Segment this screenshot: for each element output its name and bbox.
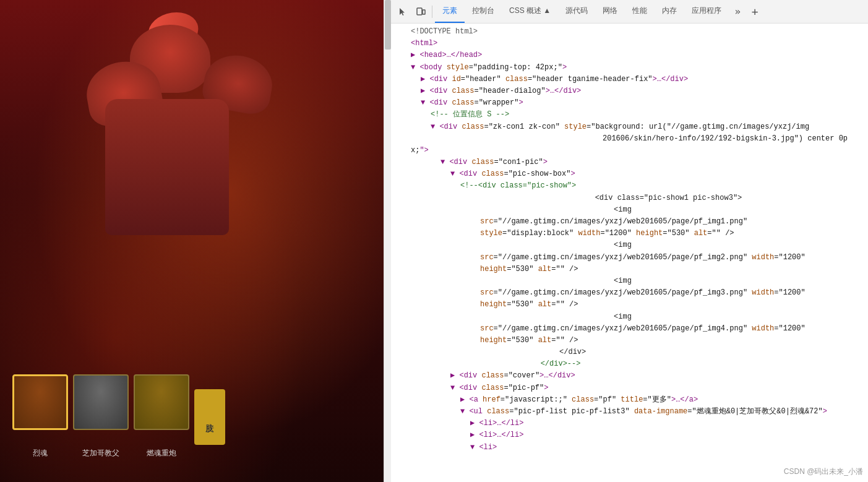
html-line[interactable]: ▶ <li>…</li> xyxy=(391,418,868,429)
skin-thumb-wrapper-2: 芝加哥教父 xyxy=(73,374,129,445)
device-icon[interactable] xyxy=(412,3,429,20)
html-line[interactable]: src="//game.gtimg.cn/images/yxzj/web2016… xyxy=(391,323,868,335)
tab-CSS 概述 ▲[interactable]: CSS 概述 ▲ xyxy=(502,0,558,23)
html-line[interactable]: ▶ <li>…</li> xyxy=(391,429,868,441)
html-line[interactable]: <img xyxy=(391,275,868,287)
skin-thumb-wrapper-1: 烈魂 xyxy=(12,374,68,445)
html-line[interactable]: ▶ <div class="header-dialog">…</div> xyxy=(391,85,868,97)
html-line[interactable]: ▶ <head>…</head> xyxy=(391,49,868,61)
skin-special-button[interactable]: 皮肤 xyxy=(194,389,225,445)
skin-label-1: 烈魂 xyxy=(12,448,68,458)
skin-thumb-image-1 xyxy=(14,376,66,428)
html-line[interactable]: <div class="pic-show1 pic-show3"> xyxy=(391,192,868,204)
skin-thumbnails-container: 烈魂 芝加哥教父 燃魂重炮 皮肤 xyxy=(12,374,225,445)
skin-thumb-wrapper-3: 燃魂重炮 xyxy=(134,374,189,445)
html-line[interactable]: <!-- 位置信息 S --> xyxy=(391,109,868,121)
html-line[interactable]: <!--<div class="pic-show"> xyxy=(391,180,868,192)
character-body xyxy=(49,12,297,384)
html-line[interactable]: <html> xyxy=(391,38,868,49)
tab-性能[interactable]: 性能 xyxy=(625,0,655,23)
html-line[interactable]: </div>--> xyxy=(391,358,868,370)
devtools-tabs-container: 元素控制台CSS 概述 ▲源代码网络性能内存应用程序»+ xyxy=(435,0,866,23)
skin-thumb-image-2 xyxy=(74,376,127,429)
tab-源代码[interactable]: 源代码 xyxy=(558,0,595,23)
tab-内存[interactable]: 内存 xyxy=(655,0,684,23)
html-line[interactable]: style="display:block" width="1200" heigh… xyxy=(391,228,868,239)
html-line[interactable]: ▼ <div class="pic-show-box"> xyxy=(391,168,868,180)
html-line[interactable]: <!DOCTYPE html> xyxy=(391,26,868,38)
html-line[interactable]: </div> xyxy=(391,346,868,358)
html-line[interactable]: ▶ <div id="header" class="header tganime… xyxy=(391,74,868,85)
watermark: CSDN @码出未来_小潘 xyxy=(784,467,863,477)
html-line[interactable]: ▼ <div class="con1-pic"> xyxy=(391,157,868,168)
skin-label-2: 芝加哥教父 xyxy=(73,448,129,458)
html-line[interactable]: ▼ <div class="wrapper"> xyxy=(391,97,868,109)
tab-元素[interactable]: 元素 xyxy=(435,0,465,23)
skin-label-3: 燃魂重炮 xyxy=(134,448,189,458)
tab-控制台[interactable]: 控制台 xyxy=(465,0,502,23)
game-screenshot-panel: 烈魂 芝加哥教父 燃魂重炮 皮肤 xyxy=(0,0,384,482)
html-line[interactable]: height="530" alt="" /> xyxy=(391,335,868,346)
html-line[interactable]: <img xyxy=(391,239,868,251)
html-line[interactable]: ▼ <body style="padding-top: 42px;"> xyxy=(391,62,868,74)
html-line[interactable]: ▼ <div class="pic-pf"> xyxy=(391,382,868,394)
html-line[interactable]: height="530" alt="" /> xyxy=(391,299,868,311)
html-line[interactable]: ▼ <li> xyxy=(391,442,868,454)
html-line[interactable]: height="530" alt="" /> xyxy=(391,264,868,275)
devtools-panel: 元素控制台CSS 概述 ▲源代码网络性能内存应用程序»+ <!DOCTYPE h… xyxy=(391,0,868,482)
toolbar-separator xyxy=(432,6,432,18)
armor-chest xyxy=(105,99,229,235)
main-scrollbar[interactable] xyxy=(384,0,391,482)
html-line[interactable]: ▶ <div class="cover">…</div> xyxy=(391,370,868,382)
skin-thumb-image-3 xyxy=(135,376,188,429)
svg-rect-1 xyxy=(423,10,425,14)
svg-rect-0 xyxy=(417,8,422,15)
tab-add-button[interactable]: + xyxy=(746,3,763,20)
tabs-more-button[interactable]: » xyxy=(729,3,746,20)
html-line[interactable]: ▶ <a href="javascript:;" class="pf" titl… xyxy=(391,394,868,406)
html-line[interactable]: 201606/skin/hero-info/192/192-bigskin-3.… xyxy=(391,133,868,157)
html-line[interactable]: src="//game.gtimg.cn/images/yxzj/web2016… xyxy=(391,216,868,228)
skin-thumbnail-ranHun[interactable] xyxy=(134,374,189,430)
skin-thumbnail-lieHun[interactable] xyxy=(12,374,68,430)
html-line[interactable]: ▼ <ul class="pic-pf-list pic-pf-list3" d… xyxy=(391,406,868,418)
tab-网络[interactable]: 网络 xyxy=(595,0,625,23)
devtools-toolbar: 元素控制台CSS 概述 ▲源代码网络性能内存应用程序»+ xyxy=(391,0,868,24)
cursor-icon[interactable] xyxy=(393,3,411,20)
html-line[interactable]: ▼ <div class="zk-con1 zk-con" style="bac… xyxy=(391,121,868,133)
html-line[interactable]: <img xyxy=(391,204,868,216)
html-line[interactable]: <img xyxy=(391,311,868,323)
scroll-thumb[interactable] xyxy=(385,0,391,49)
tab-应用程序[interactable]: 应用程序 xyxy=(684,0,729,23)
html-line[interactable]: src="//game.gtimg.cn/images/yxzj/web2016… xyxy=(391,252,868,264)
elements-panel[interactable]: <!DOCTYPE html><html>▶ <head>…</head>▼ <… xyxy=(391,24,868,482)
skin-thumbnail-zhijia[interactable] xyxy=(73,374,129,430)
character-figure xyxy=(49,12,297,384)
html-line[interactable]: src="//game.gtimg.cn/images/yxzj/web2016… xyxy=(391,287,868,299)
